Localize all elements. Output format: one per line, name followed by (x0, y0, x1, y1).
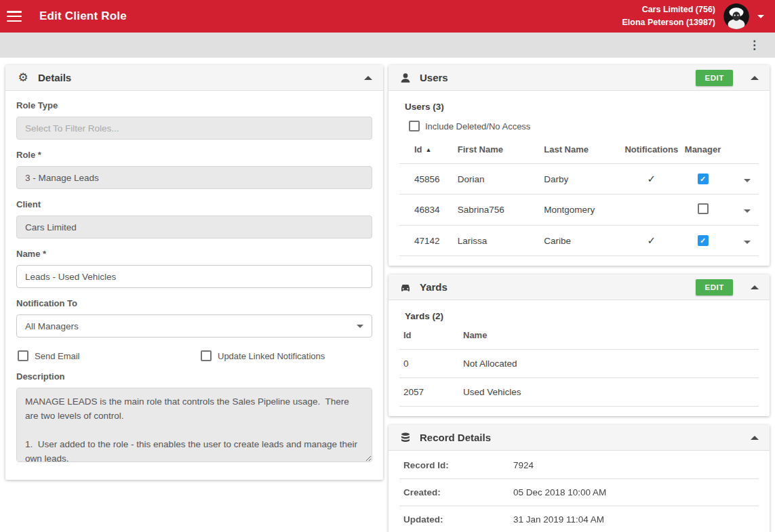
description-label: Description (16, 371, 372, 382)
users-col-notifications[interactable]: Notifications (621, 136, 682, 164)
yard-id-cell: 0 (399, 350, 460, 378)
record-detail-label: Created: (403, 487, 513, 497)
record-details-card-title: Record Details (420, 432, 491, 443)
include-deleted-checkbox[interactable] (409, 121, 420, 131)
details-collapse-icon[interactable] (364, 76, 372, 80)
avatar-image (723, 3, 749, 29)
role-type-input[interactable] (16, 117, 372, 140)
user-manager-cell (682, 226, 723, 256)
user-notifications-cell (621, 195, 682, 226)
client-label: Client (16, 199, 372, 209)
include-deleted-option: Include Deleted/No Access (409, 121, 770, 131)
top-app-bar: Edit Client Role Cars Limited (756) Elon… (0, 0, 775, 33)
users-col-manager[interactable]: Manager (682, 136, 723, 164)
users-table-body: 45856DorianDarby✓46834Sabrina756Montgome… (399, 164, 759, 256)
details-card-title: Details (38, 72, 71, 83)
details-card-header: ⚙ Details (5, 65, 383, 91)
record-detail-label: Record Id: (403, 460, 513, 470)
yards-icon (399, 281, 412, 293)
account-client-label: Cars Limited (756) (622, 3, 715, 16)
row-expand-caret-icon[interactable] (744, 241, 751, 244)
yards-card-title: Yards (420, 281, 448, 293)
role-label: Role * (16, 150, 372, 160)
name-input[interactable] (16, 265, 372, 288)
row-expand-caret-icon[interactable] (744, 209, 751, 213)
users-card-title: Users (420, 72, 448, 83)
users-col-id[interactable]: Id▲ (399, 136, 455, 164)
yards-col-id[interactable]: Id (399, 321, 460, 350)
user-id-cell: 47142 (399, 226, 455, 256)
users-card-header: Users EDIT (389, 65, 770, 91)
yards-table-row: 0Not Allocated (399, 350, 759, 378)
users-table-row: 47142LarissaCaribe✓ (399, 226, 759, 256)
manager-checkbox[interactable] (698, 235, 709, 246)
yards-collapse-icon[interactable] (751, 285, 759, 289)
yards-card-body: Yards (2) Id Name 0Not Allocated2057Used… (389, 311, 770, 416)
users-table-header-row: Id▲ First Name Last Name Notifications M… (399, 136, 759, 164)
account-info: Cars Limited (756) Elona Peterson (13987… (622, 3, 715, 29)
record-details-card: Record Details Record Id:7924Created:05 … (389, 425, 770, 532)
record-details-collapse-icon[interactable] (751, 436, 759, 440)
user-manager-cell (682, 195, 723, 226)
record-detail-value: 05 Dec 2018 10:00 AM (513, 487, 606, 497)
user-notifications-cell: ✓ (621, 226, 682, 256)
record-detail-row: Updated:31 Jan 2019 11:04 AM (399, 506, 759, 532)
select-caret-icon (357, 325, 363, 328)
user-first-name-cell: Sabrina756 (455, 195, 541, 226)
yards-card: Yards EDIT Yards (2) Id Name (389, 274, 770, 416)
update-linked-checkbox[interactable] (201, 350, 212, 361)
users-col-last-name[interactable]: Last Name (541, 136, 621, 164)
user-first-name-cell: Larissa (455, 226, 541, 256)
user-last-name-cell: Darby (541, 164, 621, 195)
yards-col-name[interactable]: Name (460, 321, 759, 350)
description-textarea[interactable]: MANAGE LEADS is the main role that contr… (16, 388, 372, 462)
update-linked-label: Update Linked Notifications (218, 351, 325, 361)
app-window: Edit Client Role Cars Limited (756) Elon… (0, 0, 775, 532)
role-input[interactable] (16, 166, 372, 189)
users-col-first-name[interactable]: First Name (455, 136, 541, 164)
yards-table-body: 0Not Allocated2057Used Vehicles (399, 350, 759, 407)
send-email-checkbox[interactable] (18, 350, 28, 361)
notification-to-label: Notification To (16, 298, 372, 308)
manager-checkbox[interactable] (698, 173, 709, 184)
users-collapse-icon[interactable] (751, 76, 759, 80)
user-row-actions-cell (723, 195, 759, 226)
user-manager-cell (682, 164, 723, 195)
users-edit-button[interactable]: EDIT (696, 70, 733, 86)
details-card: ⚙ Details Role Type Role * Client Name *… (5, 65, 383, 480)
update-linked-option: Update Linked Notifications (201, 350, 325, 361)
yards-edit-button[interactable]: EDIT (696, 279, 733, 295)
notification-to-select[interactable]: All Managers (16, 314, 372, 337)
user-row-actions-cell (723, 226, 759, 256)
avatar[interactable] (723, 3, 749, 29)
users-card: Users EDIT Users (3) Include Deleted/No … (389, 65, 770, 266)
yards-table-header-row: Id Name (399, 321, 759, 350)
row-expand-caret-icon[interactable] (744, 179, 751, 182)
details-form: Role Type Role * Client Name * Notificat… (5, 91, 383, 480)
record-details-card-header: Record Details (389, 425, 770, 451)
users-icon (399, 72, 412, 84)
yards-table-row: 2057Used Vehicles (399, 378, 759, 407)
record-detail-row: Created:05 Dec 2018 10:00 AM (399, 479, 759, 506)
account-menu-caret-icon[interactable] (757, 15, 764, 18)
send-email-label: Send Email (35, 351, 79, 361)
more-options-icon[interactable]: ⋮ (744, 37, 764, 54)
menu-icon[interactable] (7, 11, 22, 22)
gear-icon: ⚙ (16, 72, 30, 83)
manager-checkbox[interactable] (698, 203, 709, 214)
users-count-label: Users (3) (405, 102, 770, 112)
client-input[interactable] (16, 216, 372, 239)
role-type-label: Role Type (16, 100, 372, 110)
record-detail-row: Record Id:7924 (399, 452, 759, 479)
main-content: ⚙ Details Role Type Role * Client Name *… (0, 58, 775, 532)
users-table: Id▲ First Name Last Name Notifications M… (399, 136, 759, 256)
record-detail-label: Updated: (403, 514, 513, 525)
include-deleted-label: Include Deleted/No Access (425, 121, 530, 131)
sort-asc-icon: ▲ (426, 146, 432, 153)
user-notifications-cell: ✓ (621, 164, 682, 195)
user-row-actions-cell (723, 164, 759, 195)
notification-check-icon: ✓ (648, 173, 656, 184)
send-email-option: Send Email (18, 350, 201, 361)
page-title: Edit Client Role (39, 9, 127, 23)
yard-name-cell: Used Vehicles (460, 378, 759, 407)
